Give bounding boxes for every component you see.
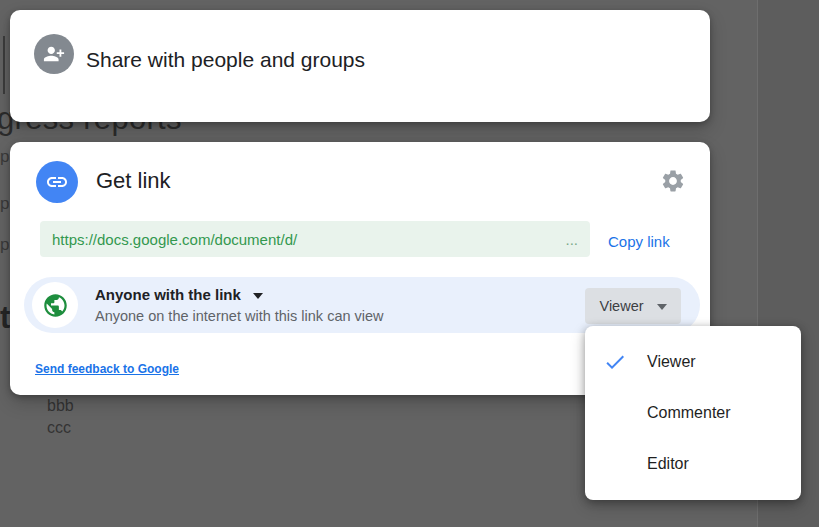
access-scope-description: Anyone on the internet with this link ca… — [95, 308, 384, 324]
send-feedback-link[interactable]: Send feedback to Google — [35, 362, 179, 376]
background-list-item: ccc — [47, 419, 71, 437]
screen: gress reports p p p t bbb ccc Share with… — [0, 0, 819, 527]
background-text-fragment: p — [0, 194, 9, 214]
gear-icon[interactable] — [658, 166, 688, 196]
globe-icon — [32, 282, 78, 328]
link-icon — [36, 161, 78, 203]
check-icon — [603, 350, 627, 374]
background-text-fragment: p — [0, 147, 9, 167]
link-ellipsis: ... — [565, 231, 578, 248]
background-list-item: bbb — [47, 397, 74, 415]
person-add-icon — [34, 34, 74, 74]
chevron-down-icon — [253, 293, 263, 299]
menu-item-editor[interactable]: Editor — [585, 438, 801, 489]
share-people-card: Share with people and groups — [10, 10, 710, 122]
copy-link-button[interactable]: Copy link — [606, 229, 672, 254]
get-link-title: Get link — [96, 168, 171, 194]
role-dropdown-button[interactable]: Viewer — [585, 288, 681, 324]
role-dropdown-label: Viewer — [599, 298, 643, 314]
background-text-fragment: p — [0, 235, 9, 255]
menu-item-viewer[interactable]: Viewer — [585, 336, 801, 387]
menu-item-commenter[interactable]: Commenter — [585, 387, 801, 438]
role-menu: Viewer Commenter Editor — [585, 326, 801, 500]
menu-item-label: Commenter — [647, 404, 731, 422]
access-scope-dropdown[interactable]: Anyone with the link — [95, 286, 263, 303]
menu-item-label: Editor — [647, 455, 689, 473]
menu-item-label: Viewer — [647, 353, 696, 371]
access-scope-label: Anyone with the link — [95, 286, 241, 303]
chevron-down-icon — [657, 304, 667, 310]
document-link-text: https://docs.google.com/document/d/ — [52, 231, 559, 248]
background-text-cursor — [3, 36, 5, 94]
link-access-row: Anyone with the link Anyone on the inter… — [24, 277, 700, 333]
share-dialog-title: Share with people and groups — [86, 48, 365, 72]
document-link-field[interactable]: https://docs.google.com/document/d/ ... — [40, 221, 590, 257]
